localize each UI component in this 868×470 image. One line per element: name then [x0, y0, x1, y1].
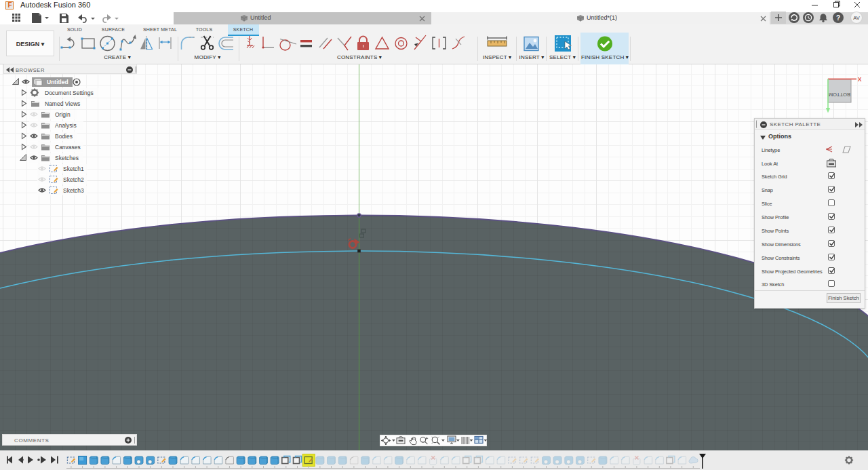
svg-text:?: ?	[836, 14, 840, 22]
svg-text:AV: AV	[853, 15, 859, 21]
svg-text:X: X	[858, 76, 862, 83]
svg-text:BOTTOM: BOTTOM	[829, 92, 850, 98]
